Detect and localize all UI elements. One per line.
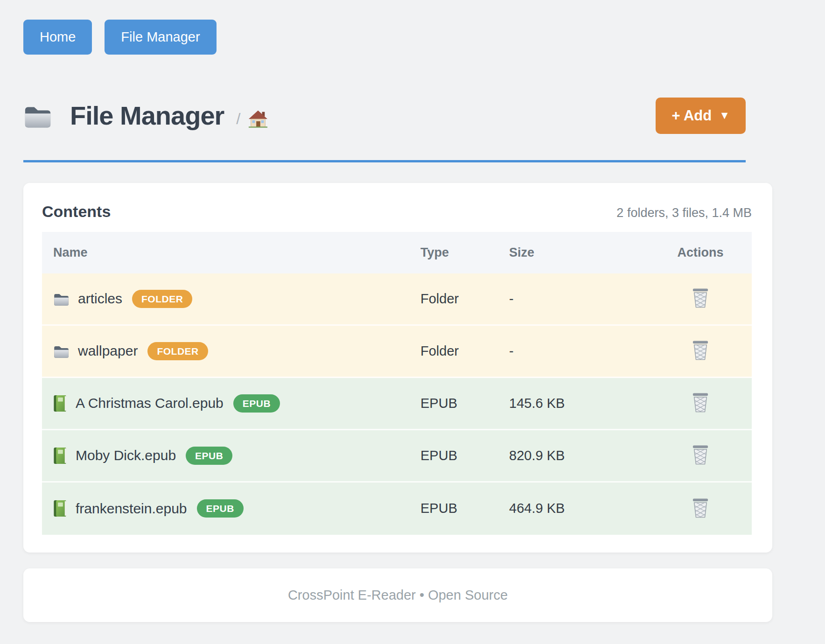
page-header: File Manager / + Add ▼	[23, 98, 746, 134]
trash-icon	[692, 497, 709, 518]
type-badge: EPUB	[197, 499, 244, 518]
top-nav: Home File Manager	[0, 0, 825, 55]
table-row[interactable]: A Christmas Carol.epub EPUB EPUB 145.6 K…	[42, 378, 752, 430]
name-cell: wallpaper FOLDER	[42, 342, 420, 360]
type-cell: EPUB	[420, 396, 509, 411]
contents-card: Contents 2 folders, 3 files, 1.4 MB Name…	[23, 183, 772, 553]
table-row[interactable]: articles FOLDER Folder -	[42, 273, 752, 326]
open-folder-icon	[23, 104, 62, 128]
size-cell: 145.6 KB	[509, 396, 649, 411]
table-row[interactable]: frankenstein.epub EPUB EPUB 464.9 KB	[42, 483, 752, 535]
table-row[interactable]: Moby Dick.epub EPUB EPUB 820.9 KB	[42, 430, 752, 483]
type-badge: EPUB	[233, 394, 280, 413]
column-header-name: Name	[42, 232, 420, 273]
contents-header: Contents 2 folders, 3 files, 1.4 MB	[42, 203, 752, 221]
contents-summary: 2 folders, 3 files, 1.4 MB	[616, 206, 752, 220]
item-name-link[interactable]: A Christmas Carol.epub	[76, 395, 224, 411]
folder-icon	[53, 292, 70, 306]
delete-button[interactable]	[690, 286, 711, 312]
item-name-link[interactable]: wallpaper	[78, 343, 138, 359]
type-badge: FOLDER	[132, 290, 192, 308]
house-icon	[248, 110, 268, 128]
size-cell: -	[509, 343, 649, 359]
table-body: articles FOLDER Folder - wallpaper FOLDE…	[42, 273, 752, 535]
breadcrumb-home-link[interactable]	[248, 110, 268, 128]
actions-cell	[649, 338, 752, 364]
caret-down-icon: ▼	[719, 109, 730, 122]
green-book-icon	[53, 500, 67, 517]
green-book-icon	[53, 447, 67, 464]
type-cell: Folder	[420, 291, 509, 307]
name-cell: articles FOLDER	[42, 290, 420, 308]
title-group: File Manager /	[23, 100, 656, 131]
column-header-type: Type	[420, 232, 509, 273]
size-cell: 464.9 KB	[509, 501, 649, 516]
trash-icon	[692, 340, 709, 361]
type-cell: EPUB	[420, 501, 509, 516]
nav-file-manager-button[interactable]: File Manager	[105, 20, 216, 55]
item-name-link[interactable]: articles	[78, 291, 122, 307]
trash-icon	[692, 392, 709, 413]
trash-icon	[692, 287, 709, 308]
type-cell: Folder	[420, 343, 509, 359]
table-row[interactable]: wallpaper FOLDER Folder -	[42, 326, 752, 378]
page-title: File Manager	[70, 100, 224, 131]
file-table: NameTypeSizeActions articles FOLDER Fold…	[42, 232, 752, 535]
footer-text: CrossPoint E-Reader • Open Source	[288, 588, 508, 602]
name-cell: Moby Dick.epub EPUB	[42, 447, 420, 465]
green-book-icon	[53, 395, 67, 412]
item-name-link[interactable]: Moby Dick.epub	[76, 448, 176, 463]
title-divider	[23, 160, 746, 162]
breadcrumb-separator: /	[236, 110, 240, 128]
size-cell: -	[509, 291, 649, 307]
folder-icon	[53, 344, 70, 358]
name-cell: A Christmas Carol.epub EPUB	[42, 394, 420, 413]
actions-cell	[649, 390, 752, 416]
type-badge: FOLDER	[147, 342, 208, 360]
add-button-label: + Add	[671, 107, 712, 124]
trash-icon	[692, 444, 709, 465]
delete-button[interactable]	[690, 338, 711, 364]
add-button[interactable]: + Add ▼	[656, 98, 746, 134]
delete-button[interactable]	[690, 496, 711, 522]
column-header-size: Size	[509, 232, 649, 273]
actions-cell	[649, 496, 752, 522]
breadcrumb: /	[236, 110, 267, 128]
column-header-actions: Actions	[649, 232, 752, 273]
contents-title: Contents	[42, 203, 616, 221]
actions-cell	[649, 286, 752, 312]
delete-button[interactable]	[690, 442, 711, 469]
actions-cell	[649, 442, 752, 469]
name-cell: frankenstein.epub EPUB	[42, 499, 420, 518]
footer-card: CrossPoint E-Reader • Open Source	[23, 568, 772, 622]
table-header-row: NameTypeSizeActions	[42, 232, 752, 273]
size-cell: 820.9 KB	[509, 448, 649, 463]
nav-home-button[interactable]: Home	[23, 20, 92, 55]
item-name-link[interactable]: frankenstein.epub	[76, 501, 187, 517]
type-cell: EPUB	[420, 448, 509, 463]
type-badge: EPUB	[186, 447, 232, 465]
delete-button[interactable]	[690, 390, 711, 416]
